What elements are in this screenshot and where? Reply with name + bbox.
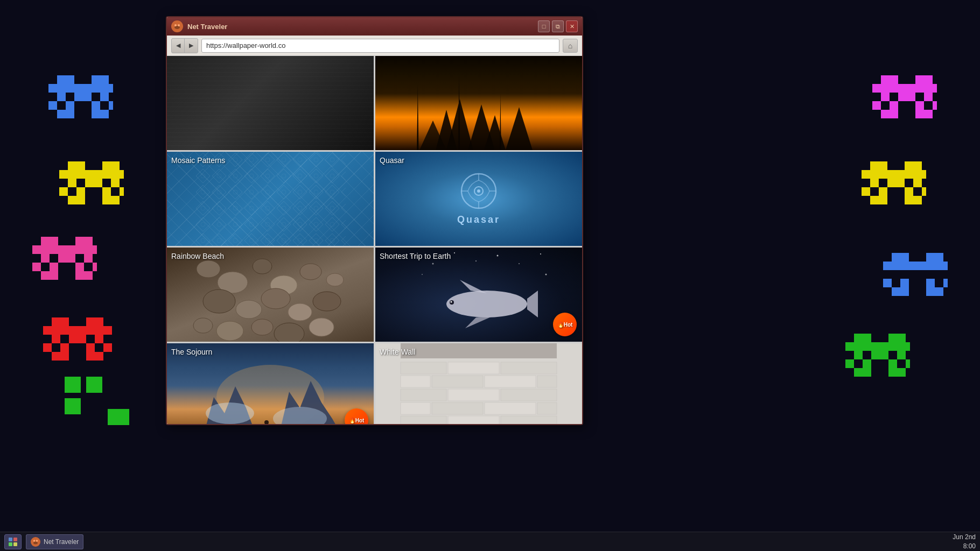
svg-rect-26 xyxy=(102,161,111,170)
taskbar-browser-item[interactable]: Net Traveler xyxy=(26,534,83,549)
svg-rect-139 xyxy=(913,179,922,187)
svg-rect-77 xyxy=(52,326,60,335)
svg-rect-174 xyxy=(863,342,871,351)
svg-rect-16 xyxy=(48,101,57,110)
svg-rect-254 xyxy=(401,376,430,387)
svg-rect-147 xyxy=(913,196,922,204)
start-button[interactable] xyxy=(4,534,22,549)
svg-rect-264 xyxy=(537,402,557,414)
svg-rect-183 xyxy=(897,351,906,359)
svg-rect-132 xyxy=(896,170,905,179)
pixel-invader-blue-left xyxy=(48,75,113,129)
wallpaper-grid: Mosaic Patterns Quasar xyxy=(167,56,582,424)
svg-rect-138 xyxy=(896,179,905,187)
svg-rect-142 xyxy=(905,187,913,196)
svg-rect-190 xyxy=(888,368,897,377)
svg-point-195 xyxy=(178,24,180,26)
svg-rect-69 xyxy=(50,271,58,280)
svg-rect-146 xyxy=(905,196,913,204)
wallpaper-item-forest[interactable] xyxy=(375,56,582,150)
svg-rect-43 xyxy=(120,187,124,196)
svg-rect-34 xyxy=(111,170,120,179)
svg-point-194 xyxy=(174,24,177,26)
svg-point-235 xyxy=(422,274,423,275)
svg-rect-36 xyxy=(68,179,76,187)
svg-rect-32 xyxy=(94,170,102,179)
svg-rect-21 xyxy=(66,110,74,118)
svg-rect-178 xyxy=(897,342,906,351)
svg-rect-168 xyxy=(854,334,863,342)
svg-rect-84 xyxy=(52,335,60,343)
svg-rect-171 xyxy=(897,334,906,342)
svg-rect-256 xyxy=(485,376,536,387)
svg-marker-238 xyxy=(527,291,538,317)
wallpaper-item-mosaic[interactable]: Mosaic Patterns xyxy=(167,152,374,246)
svg-point-225 xyxy=(251,319,273,335)
svg-rect-184 xyxy=(845,359,854,368)
pixel-invader-yellow-left xyxy=(59,161,124,215)
svg-rect-185 xyxy=(863,359,871,368)
svg-rect-22 xyxy=(92,110,100,118)
svg-rect-253 xyxy=(501,362,557,374)
svg-rect-120 xyxy=(881,110,890,118)
mosaic-label: Mosaic Patterns xyxy=(171,156,225,165)
quasar-brand-text: Quasar xyxy=(457,214,500,225)
wallpaper-item-dark[interactable] xyxy=(167,56,374,150)
svg-rect-87 xyxy=(95,335,103,343)
svg-rect-186 xyxy=(888,359,897,368)
svg-rect-151 xyxy=(935,253,943,262)
svg-rect-263 xyxy=(485,402,536,414)
home-button[interactable]: ⌂ xyxy=(563,39,578,53)
svg-rect-111 xyxy=(933,84,937,93)
wallpaper-item-rainbow-beach[interactable]: Rainbow Beach xyxy=(167,248,374,342)
svg-rect-1 xyxy=(66,75,74,84)
minimize-button[interactable]: □ xyxy=(538,20,550,32)
svg-rect-128 xyxy=(862,170,870,179)
svg-marker-240 xyxy=(465,316,492,328)
svg-rect-251 xyxy=(401,362,446,374)
restore-button[interactable]: ⧉ xyxy=(552,20,564,32)
svg-rect-75 xyxy=(95,317,103,326)
url-text: https://wallpaper-world.co xyxy=(206,41,285,50)
svg-rect-59 xyxy=(93,245,97,254)
pixel-invader-blue-right xyxy=(883,253,948,296)
close-button[interactable]: ✕ xyxy=(566,20,578,32)
back-button[interactable]: ◀ xyxy=(172,39,185,53)
wallpaper-item-sojourn[interactable]: The Sojourn 🔥Hot xyxy=(167,343,374,424)
forward-button[interactable]: ▶ xyxy=(185,39,198,53)
svg-rect-109 xyxy=(915,84,924,93)
wallpaper-item-shortest-trip[interactable]: Shortest Trip to Earth 🔥Hot xyxy=(375,248,582,342)
svg-point-227 xyxy=(309,318,334,336)
svg-rect-122 xyxy=(915,110,924,118)
svg-rect-62 xyxy=(67,254,75,263)
svg-rect-112 xyxy=(881,93,890,101)
pixel-invader-yellow-right xyxy=(862,161,926,215)
pixel-invader-pink-left xyxy=(32,237,97,291)
svg-rect-260 xyxy=(501,389,557,401)
svg-rect-130 xyxy=(879,170,887,179)
svg-rect-67 xyxy=(93,263,97,271)
svg-rect-31 xyxy=(85,170,94,179)
pixel-invader-red-left xyxy=(43,317,113,371)
svg-rect-8 xyxy=(83,84,92,93)
svg-rect-113 xyxy=(898,93,907,101)
svg-rect-90 xyxy=(86,343,95,352)
svg-rect-37 xyxy=(85,179,94,187)
svg-rect-125 xyxy=(879,161,887,170)
svg-rect-143 xyxy=(922,187,926,196)
browser-titlebar: Net Traveler □ ⧉ ✕ xyxy=(167,17,582,36)
pixel-invader-magenta-right xyxy=(872,75,937,129)
wallpaper-item-white-wall[interactable]: White Wall xyxy=(375,343,582,424)
address-bar[interactable]: https://wallpaper-world.co xyxy=(201,39,559,53)
svg-rect-27 xyxy=(111,161,120,170)
svg-rect-165 xyxy=(900,287,909,296)
svg-rect-250 xyxy=(401,343,557,358)
svg-point-221 xyxy=(288,303,312,321)
wallpaper-item-quasar[interactable]: Quasar Quasar xyxy=(375,152,582,246)
svg-rect-82 xyxy=(95,326,103,335)
svg-point-214 xyxy=(253,259,272,274)
svg-rect-83 xyxy=(103,326,112,335)
svg-rect-70 xyxy=(75,271,84,280)
svg-rect-61 xyxy=(58,254,67,263)
svg-rect-180 xyxy=(854,351,863,359)
